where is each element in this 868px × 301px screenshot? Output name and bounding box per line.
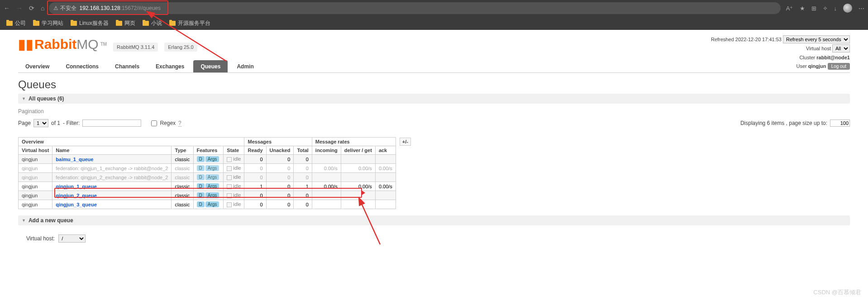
version-badge: RabbitMQ 3.11.4 (113, 43, 158, 52)
state-indicator (227, 157, 232, 162)
logo[interactable]: ▮▮ RabbitMQTM (18, 36, 107, 52)
back-icon[interactable]: ← (4, 5, 10, 12)
feature-args: Args (205, 192, 219, 198)
bookmark-item[interactable]: 小说 (143, 19, 162, 27)
address-bar[interactable]: ⚠ 不安全 192.168.130.128 :15672/#/queues (49, 2, 780, 14)
col-state[interactable]: State (224, 146, 244, 155)
favorites-icon[interactable]: ✧ (823, 5, 828, 12)
cell-vhost: qingjun (19, 182, 52, 191)
table-row: qingjunqingjun_2_queueclassicDArgs idle0… (19, 191, 411, 200)
columns-toggle[interactable]: +/- (400, 138, 411, 146)
col-features[interactable]: Features (193, 146, 224, 155)
cell-vhost: qingjun (19, 155, 52, 164)
collapse-icon: ▼ (22, 96, 26, 101)
col-ready[interactable]: Ready (244, 146, 266, 155)
cluster-value: rabbit@node1 (816, 55, 850, 60)
col-deliver[interactable]: deliver / get (341, 146, 375, 155)
user-value: qingjun (808, 63, 826, 69)
refresh-icon[interactable]: ⟳ (29, 5, 34, 12)
cell-deliver (341, 155, 375, 164)
cell-incoming (312, 200, 341, 209)
folder-icon (71, 21, 77, 26)
tab-admin[interactable]: Admin (229, 60, 261, 72)
extensions-icon[interactable]: ⊞ (811, 5, 816, 12)
cell-type: classic (172, 173, 193, 182)
cell-incoming (312, 173, 341, 182)
queue-link[interactable]: qingjun_3_queue (56, 202, 96, 207)
cell-type: classic (172, 164, 193, 173)
col-total[interactable]: Total (294, 146, 312, 155)
bookmark-item[interactable]: 公司 (6, 19, 26, 27)
regex-checkbox[interactable] (151, 120, 157, 126)
cell-incoming (312, 155, 341, 164)
refreshed-time: 2022-12-20 17:41:53 (735, 37, 782, 42)
queues-table: Overview Messages Message rates +/- Virt… (18, 137, 411, 209)
queue-link[interactable]: qingjun_1_queue (56, 184, 96, 189)
cell-name: federation: qingjun_1_exchange -> rabbit… (52, 164, 172, 173)
tab-exchanges[interactable]: Exchanges (148, 60, 191, 72)
add-queue-header[interactable]: ▼ Add a new queue (18, 215, 850, 225)
profile-avatar[interactable] (843, 4, 852, 13)
vhost-select[interactable]: All (832, 44, 850, 53)
menu-icon[interactable]: ⋯ (858, 5, 864, 12)
erlang-badge: Erlang 25.0 (164, 43, 197, 52)
logout-button[interactable]: Log out (828, 63, 850, 70)
folder-icon (6, 21, 13, 26)
all-queues-header[interactable]: ▼ All queues (6) (18, 94, 850, 104)
bookmark-item[interactable]: 学习网站 (33, 19, 63, 27)
help-icon[interactable]: ? (178, 120, 181, 127)
cell-type: classic (172, 155, 193, 164)
cell-unacked: 0 (266, 200, 294, 209)
bookmarks-bar: 公司学习网站Linux服务器网页小说开源服务平台 (0, 16, 868, 30)
cell-state: idle (224, 164, 244, 173)
cell-total: 0 (294, 191, 312, 200)
cell-ready: 0 (244, 191, 266, 200)
forward-icon[interactable]: → (16, 5, 23, 12)
browser-toolbar: ← → ⟳ ⌂ ⚠ 不安全 192.168.130.128 :15672/#/q… (0, 0, 868, 16)
feature-durable: D (197, 165, 205, 171)
filter-input[interactable] (82, 119, 141, 127)
home-icon[interactable]: ⌂ (41, 5, 44, 12)
cell-incoming: 0.00/s (312, 164, 341, 173)
cell-name: federation: qingjun_2_exchange -> rabbit… (52, 173, 172, 182)
cell-unacked: 0 (266, 155, 294, 164)
cell-unacked: 0 (266, 173, 294, 182)
reader-icon[interactable]: A⁺ (786, 5, 793, 12)
queue-link[interactable]: qingjun_2_queue (56, 193, 96, 198)
cell-name: qingjun_1_queue (52, 182, 172, 191)
bookmark-item[interactable]: 开源服务平台 (169, 19, 210, 27)
bookmark-item[interactable]: 网页 (116, 19, 135, 27)
folder-icon (33, 21, 39, 26)
tab-channels[interactable]: Channels (108, 60, 147, 72)
col-name[interactable]: Name (52, 146, 172, 155)
cell-total: 0 (294, 173, 312, 182)
bookmark-item[interactable]: Linux服务器 (71, 19, 109, 27)
feature-durable: D (197, 183, 205, 189)
star-icon[interactable]: ★ (800, 5, 805, 12)
col-ack[interactable]: ack (375, 146, 396, 155)
refresh-interval-select[interactable]: Refresh every 5 seconds (783, 35, 850, 43)
user-label: User (796, 63, 807, 69)
feature-args: Args (205, 201, 219, 207)
cell-ready: 0 (244, 173, 266, 182)
tab-overview[interactable]: Overview (18, 60, 57, 72)
tab-connections[interactable]: Connections (58, 60, 106, 72)
col-type[interactable]: Type (172, 146, 193, 155)
table-row: qingjunbaimu_1_queueclassicDArgs idle000 (19, 155, 411, 164)
tab-queues[interactable]: Queues (193, 60, 228, 72)
pagesize-input[interactable] (830, 119, 850, 127)
queue-link[interactable]: baimu_1_queue (56, 157, 93, 162)
cell-total: 0 (294, 164, 312, 173)
col-unacked[interactable]: Unacked (266, 146, 294, 155)
pagination-row: Page 1 of 1 - Filter: Regex ? Displaying… (18, 119, 850, 127)
cell-name: qingjun_2_queue (52, 191, 172, 200)
cell-state: idle (224, 182, 244, 191)
cell-features: DArgs (193, 164, 224, 173)
logo-icon: ▮▮ (18, 36, 33, 52)
col-incoming[interactable]: incoming (312, 146, 341, 155)
add-queue-vhost-select[interactable]: / (58, 234, 86, 243)
cell-features: DArgs (193, 200, 224, 209)
col-vhost[interactable]: Virtual host (19, 146, 52, 155)
downloads-icon[interactable]: ↓ (834, 5, 837, 12)
page-select[interactable]: 1 (33, 119, 48, 127)
